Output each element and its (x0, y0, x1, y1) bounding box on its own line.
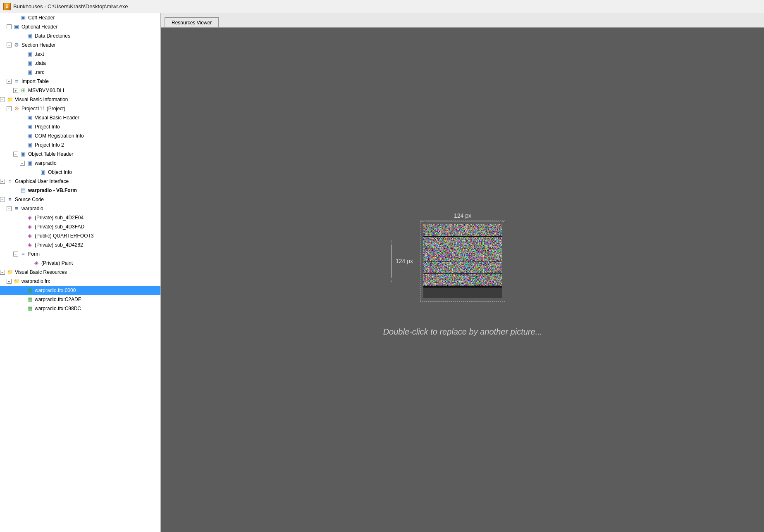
tree-label-data-directories: Data Directories (35, 33, 70, 39)
tab-bar: Resources Viewer (161, 13, 764, 28)
tree-label-optional-header: Optional Header (21, 24, 57, 30)
tree-panel[interactable]: ▣Coff Header−▣Optional Header▣Data Direc… (0, 13, 161, 532)
title-bar: B Bunkhouses - C:\Users\Krash\Desktop\ml… (0, 0, 764, 13)
main-container: ▣Coff Header−▣Optional Header▣Data Direc… (0, 13, 764, 532)
tree-item-section-header[interactable]: −⚙Section Header (0, 40, 160, 50)
tree-label-com-reg: COM Registration Info (35, 133, 84, 139)
tree-item-optional-header[interactable]: −▣Optional Header (0, 22, 160, 31)
tree-item-vb-header[interactable]: ▣Visual Basic Header (0, 113, 160, 122)
tree-label-project-info: Project Info (35, 124, 60, 130)
tree-item-object-info[interactable]: ▣Object Info (0, 168, 160, 177)
tree-item-import-table[interactable]: −≡Import Table (0, 77, 160, 86)
tree-item-source-code[interactable]: −≡Source Code (0, 195, 160, 204)
title-text: Bunkhouses - C:\Users\Krash\Desktop\mlwr… (13, 3, 128, 10)
tree-item-warpradio-vbform[interactable]: ▤warpradio - VB.Form (0, 186, 160, 195)
tree-item-data[interactable]: ▣.data (0, 59, 160, 68)
tree-item-data-directories[interactable]: ▣Data Directories (0, 31, 160, 40)
tree-label-paint: (Private) Paint (41, 260, 73, 266)
tree-label-data: .data (35, 60, 46, 66)
tree-item-sub-4d2e04[interactable]: ◈(Private) sub_4D2E04 (0, 213, 160, 222)
tree-label-text: .text (35, 51, 44, 57)
tree-label-frx-0000: warpradio.frx:0000 (35, 287, 76, 293)
tree-item-msvbvm60[interactable]: +⊞MSVBVM60.DLL (0, 86, 160, 95)
noise-image[interactable] (423, 224, 502, 298)
tree-label-warpradio-src: warpradio (21, 206, 43, 211)
app-icon: B (3, 3, 11, 10)
tree-label-sub-4d4282: (Private) sub_4D4282 (35, 242, 83, 248)
tree-item-warpradio-frx[interactable]: −📁warpradio.frx (0, 277, 160, 286)
width-label: 124 px ← → (420, 212, 505, 223)
right-panel: Resources Viewer 124 px ← → (161, 13, 764, 532)
tree-item-vb-resources[interactable]: −📁Visual Basic Resources (0, 268, 160, 277)
tree-label-msvbvm60: MSVBVM60.DLL (28, 88, 66, 93)
hint-text[interactable]: Double-click to replace by another pictu… (383, 327, 542, 337)
tree-label-vb-resources: Visual Basic Resources (15, 269, 67, 275)
viewer-content: 124 px ← → ↑ ↓ 1 (161, 28, 764, 532)
tree-item-project111[interactable]: −⊛Project111 (Project) (0, 104, 160, 113)
height-label: ↑ ↓ 124 px (390, 239, 413, 283)
resources-viewer-tab[interactable]: Resources Viewer (165, 17, 219, 27)
tree-label-coff-header: Coff Header (28, 15, 55, 21)
tree-label-object-info: Object Info (48, 169, 72, 175)
tree-label-vb-header: Visual Basic Header (35, 115, 79, 121)
tree-label-warpradio-obj: warpradio (35, 160, 57, 166)
tree-item-quarterfoot3[interactable]: ◈(Public) QUARTERFOOT3 (0, 231, 160, 240)
tree-item-vb-info[interactable]: −📁Visual Basic Information (0, 95, 160, 104)
tree-item-paint[interactable]: ◈(Private) Paint (0, 259, 160, 268)
tree-label-sub-4d3fad: (Private) sub_4D3FAD (35, 224, 84, 230)
tree-item-sub-4d4282[interactable]: ◈(Private) sub_4D4282 (0, 240, 160, 249)
tree-label-vb-info: Visual Basic Information (15, 97, 68, 102)
tree-item-com-reg[interactable]: ▣COM Registration Info (0, 131, 160, 140)
tree-label-project111: Project111 (Project) (21, 106, 65, 112)
tree-label-frx-c2ade: warpradio.frx:C2ADE (35, 297, 81, 302)
tree-item-coff-header[interactable]: ▣Coff Header (0, 13, 160, 22)
tree-label-form-src: Form (28, 251, 40, 257)
tree-label-warpradio-vbform: warpradio - VB.Form (28, 188, 77, 193)
tree-item-frx-0000[interactable]: ▦warpradio.frx:0000 (0, 286, 160, 295)
tree-label-warpradio-frx: warpradio.frx (21, 278, 50, 284)
tree-label-quarterfoot3: (Public) QUARTERFOOT3 (35, 233, 93, 239)
tree-item-project-info[interactable]: ▣Project Info (0, 122, 160, 131)
tree-label-section-header: Section Header (21, 42, 56, 48)
tree-item-obj-table-header[interactable]: −▣Object Table Header (0, 150, 160, 159)
tree-label-gui: Graphical User Interface (15, 178, 69, 184)
tree-item-form-src[interactable]: −≡Form (0, 249, 160, 259)
tree-item-gui[interactable]: −≡Graphical User Interface (0, 177, 160, 186)
tree-label-sub-4d2e04: (Private) sub_4D2E04 (35, 215, 84, 221)
tree-label-import-table: Import Table (21, 78, 49, 84)
tree-item-frx-c2ade[interactable]: ▦warpradio.frx:C2ADE (0, 295, 160, 304)
tree-label-project-info2: Project Info 2 (35, 142, 64, 148)
tree-label-source-code: Source Code (15, 197, 44, 202)
tree-label-obj-table-header: Object Table Header (28, 151, 73, 157)
tree-label-frx-c98dc: warpradio.frx:C98DC (35, 306, 81, 311)
tree-item-text[interactable]: ▣.text (0, 50, 160, 59)
tree-item-rsrc[interactable]: ▣.rsrc (0, 68, 160, 77)
tree-label-rsrc: .rsrc (35, 69, 44, 75)
image-with-labels: 124 px ← → ↑ ↓ 1 (423, 224, 502, 298)
tree-item-project-info2[interactable]: ▣Project Info 2 (0, 140, 160, 150)
tree-item-sub-4d3fad[interactable]: ◈(Private) sub_4D3FAD (0, 222, 160, 231)
tree-item-warpradio-obj[interactable]: −▣warpradio (0, 159, 160, 168)
tree-item-warpradio-src[interactable]: −≡warpradio (0, 204, 160, 213)
image-preview-container: 124 px ← → ↑ ↓ 1 (383, 224, 542, 337)
tree-item-frx-c98dc[interactable]: ▦warpradio.frx:C98DC (0, 304, 160, 313)
